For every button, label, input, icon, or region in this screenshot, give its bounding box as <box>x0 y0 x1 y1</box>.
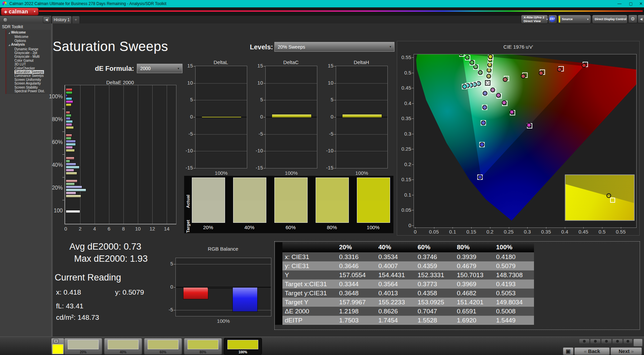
y-tick-mark <box>412 134 414 134</box>
y-tick-mark <box>412 88 414 88</box>
tree-expander-icon[interactable]: ◢ <box>8 43 11 47</box>
row-strip <box>275 307 282 316</box>
hidden-toolbar-button[interactable] <box>623 339 633 344</box>
pattern-tile-swatch <box>108 340 139 349</box>
table-cell: 1.6920 <box>454 316 494 325</box>
swatch-label: 100% <box>357 225 389 230</box>
pattern-tile-40%[interactable]: 40% <box>104 338 142 355</box>
hidden-toolbar-button[interactable] <box>601 339 612 344</box>
delta-bar <box>272 114 312 118</box>
gridline <box>95 85 95 224</box>
sidebar-item-saturation-sweeps[interactable]: Saturation Sweeps <box>6 70 51 74</box>
y-tick-mark <box>334 168 336 168</box>
pin-button[interactable] <box>3 17 8 22</box>
tree-expander-icon[interactable]: ◢ <box>8 31 11 35</box>
stop-button[interactable]: ▣ <box>563 347 574 355</box>
table-cell: 0.4180 <box>494 252 533 261</box>
menu-bar: ◈ calman ▼ <box>0 7 644 16</box>
sidebar-item-welcome[interactable]: ◢Welcome <box>6 31 51 35</box>
add-tab-button[interactable]: + <box>72 16 80 23</box>
sidebar-item-luminance-sweeps[interactable]: Luminance Sweeps <box>6 74 51 78</box>
hidden-toolbar-button[interactable] <box>612 339 623 344</box>
table-row: Y157.0554154.4431152.3331150.7013148.730… <box>275 270 534 280</box>
maximize-button[interactable]: ▢ <box>627 1 635 6</box>
sidebar-item-label: Screen Angularity <box>14 82 41 85</box>
table-cell: 0.3773 <box>415 280 454 289</box>
table-header-cell: 40% <box>376 242 415 252</box>
de-formula-dropdown[interactable]: 2000 ▼ <box>137 64 182 73</box>
y-tick-mark <box>334 151 336 151</box>
deltae-bar-green-40% <box>66 160 70 163</box>
back-button[interactable]: « Back <box>574 347 610 355</box>
row-label: Target x:CIE31 <box>282 280 337 289</box>
y-tick-label: 0.15 <box>397 177 411 182</box>
sidebar-item-label: Luminance Sweeps <box>14 74 44 78</box>
category-label: 100% <box>33 94 63 99</box>
next-button[interactable]: Next » <box>610 347 642 355</box>
target-swatch-40% <box>233 200 266 223</box>
swatch-100% <box>357 178 390 223</box>
gridline <box>336 100 387 100</box>
y-tick-label: 10 <box>250 80 263 86</box>
sidebar-item-analysis[interactable]: ◢Analysis <box>6 43 51 47</box>
sidebar-item-options[interactable]: Options <box>6 39 51 43</box>
table-row: y: CIE310.36460.40070.43590.46790.5079 <box>275 261 534 270</box>
sidebar-item-colorchecker[interactable]: ColorChecker <box>6 66 51 70</box>
x-tick-mark <box>490 227 490 229</box>
sidebar-item-grayscale-2pt[interactable]: Grayscale - 2pt <box>6 51 51 55</box>
sidebar-item-welcome[interactable]: Welcome <box>6 35 51 39</box>
pattern-popout-icon[interactable]: ▲ <box>53 339 59 343</box>
y-tick-mark <box>412 180 414 180</box>
sidebar-item-color-gamut[interactable]: Color Gamut <box>6 59 51 62</box>
sidebar-item-spectral-power-dist-[interactable]: Spectral Power Dist. <box>6 89 51 93</box>
display-control-button[interactable]: Direct Display Control ▼ <box>592 15 628 24</box>
pattern-window-tile[interactable]: ▲ <box>51 338 64 355</box>
rgb-balance-title: RGB Balance <box>175 246 271 252</box>
y-tick-mark <box>62 200 64 200</box>
y-tick-label: 0 <box>162 284 173 290</box>
sidebar-item-screen-stability[interactable]: Screen Stability <box>6 86 51 89</box>
hidden-toolbar-button[interactable] <box>579 339 590 344</box>
reading-x: x: 0.418 <box>56 288 81 296</box>
source-device-button[interactable]: Source ▼ <box>558 15 591 24</box>
row-strip <box>275 316 282 325</box>
y-tick-mark <box>264 117 265 117</box>
sidebar-item-grayscale-multi[interactable]: Grayscale - Multi <box>6 55 51 58</box>
measured-marker-magenta <box>496 93 501 98</box>
table-cell: 0.3939 <box>454 252 494 261</box>
sidebar-item-3d-lut[interactable]: 3D LUT <box>6 62 51 66</box>
x-tick-label: 0.05 <box>427 229 441 235</box>
hidden-toolbar-button[interactable] <box>590 339 601 344</box>
sidebar-item-dynamic-range[interactable]: Dynamic Range <box>6 47 51 51</box>
settings-gear-button[interactable]: ⚙ <box>628 15 637 23</box>
pattern-tile-20%[interactable]: 20% <box>64 338 102 355</box>
sidebar-collapse-button[interactable]: ◀ <box>43 16 50 23</box>
tab-history-1[interactable]: History 1 <box>52 16 72 23</box>
levels-dropdown[interactable]: 20% Sweeps ▼ <box>274 42 394 52</box>
pattern-tile-100%[interactable]: 100% <box>224 338 262 355</box>
panel-collapse-button[interactable]: ◀ <box>638 15 644 23</box>
table-header-blank <box>282 242 337 252</box>
x-tick-label: 14 <box>161 226 172 232</box>
gridline <box>336 83 387 84</box>
max-de2000: Max dE2000: 1.93 <box>74 254 148 264</box>
minimize-button[interactable]: — <box>615 1 624 6</box>
meter-device-button[interactable]: X-Rite i1Pro 2Direct View ▼ <box>521 15 548 24</box>
source-status-bar <box>559 16 560 22</box>
y-tick-label: -10 <box>250 148 263 153</box>
sidebar-item-label: Screen Stability <box>14 86 38 89</box>
row-label: x: CIE31 <box>282 252 337 261</box>
sidebar-item-screen-uniformity[interactable]: Screen Uniformity <box>6 78 51 82</box>
close-button[interactable]: ✕ <box>637 1 644 6</box>
pattern-tile-80%[interactable]: 80% <box>184 338 222 355</box>
sidebar-item-screen-angularity[interactable]: Screen Angularity <box>6 82 51 85</box>
sidebar-item-label: Grayscale - 2pt <box>14 51 37 55</box>
calman-menu-button[interactable]: ◈ calman ▼ <box>1 8 39 15</box>
y-tick-label: 5 <box>162 261 173 266</box>
deltah-chart-title: DeltaH <box>336 59 387 65</box>
hidden-toolbar-button[interactable] <box>633 339 643 347</box>
gridline <box>336 134 387 135</box>
deltae-bar-green-20% <box>66 183 75 186</box>
pattern-tile-60%[interactable]: 60% <box>144 338 182 355</box>
y-tick-mark <box>62 132 64 132</box>
